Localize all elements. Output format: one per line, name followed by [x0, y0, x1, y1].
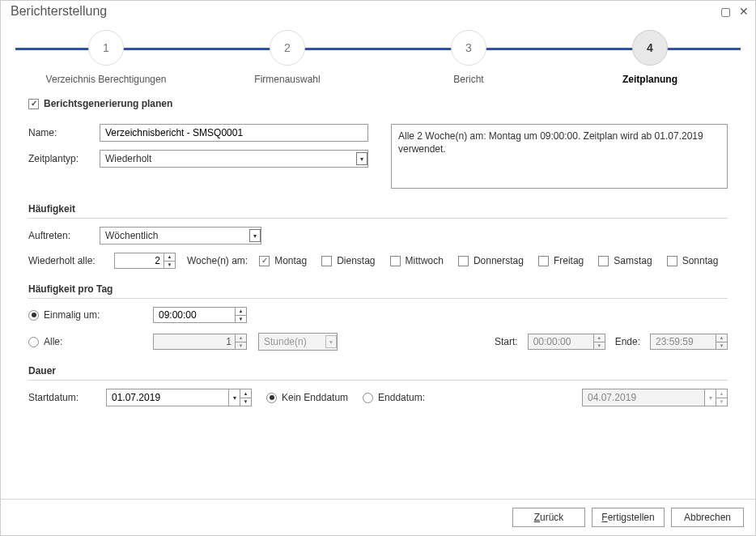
spin-controls[interactable]: ▲ ▼	[240, 389, 251, 406]
enddate-input	[583, 389, 704, 406]
step-2[interactable]: 2 Firmenauswahl	[197, 30, 378, 85]
end-input	[651, 334, 716, 349]
spin-up-icon[interactable]: ▲	[236, 308, 246, 316]
cancel-button[interactable]: Abbrechen	[671, 508, 744, 527]
once-radio[interactable]	[28, 310, 39, 321]
once-timebox[interactable]: ▲ ▼	[153, 307, 247, 323]
occur-row: Auftreten: Wöchentlich ▾	[28, 227, 728, 245]
noend-radio[interactable]	[266, 393, 277, 403]
type-combo[interactable]: Wiederholt ▾	[100, 150, 368, 168]
chevron-down-icon[interactable]: ▾	[228, 389, 240, 406]
step-4-circle: 4	[632, 30, 668, 66]
spin-controls[interactable]: ▲ ▼	[164, 253, 175, 268]
name-label: Name:	[28, 127, 91, 138]
titlebar: Berichterstellung ▢ ✕	[1, 1, 755, 25]
every-radio[interactable]	[28, 337, 39, 347]
every-spinbox: ▲ ▼	[153, 334, 247, 350]
once-label: Einmalig um:	[44, 309, 100, 321]
start-label: Start:	[495, 336, 518, 347]
every-unit: Stunde(n)	[264, 336, 307, 347]
once-time-input[interactable]	[154, 308, 235, 322]
schedule-summary: Alle 2 Woche(n) am: Montag um 09:00:00. …	[391, 124, 728, 189]
weekday-group: Montag Dienstag Mittwoch Donnerstag Frei…	[259, 255, 718, 266]
every-row: Alle: ▲ ▼ Stunde(n) ▾ Start: ▲ ▼ Ende:	[28, 333, 728, 351]
window-controls: ▢ ✕	[720, 5, 749, 18]
every-label: Alle:	[44, 336, 62, 347]
step-3[interactable]: 3 Bericht	[378, 30, 559, 85]
startdate-input[interactable]	[107, 389, 228, 406]
close-icon[interactable]: ✕	[739, 5, 749, 18]
plan-checkbox[interactable]	[28, 99, 39, 109]
repeat-input[interactable]	[115, 253, 164, 268]
chevron-down-icon: ▾	[704, 389, 716, 406]
step-1[interactable]: 1 Verzeichnis Berechtigungen	[15, 30, 197, 85]
enddate-radio-group[interactable]: Enddatum:	[363, 392, 425, 403]
plan-left-col: Name: Zeitplantyp: Wiederholt ▾	[28, 124, 368, 176]
type-row: Zeitplantyp: Wiederholt ▾	[28, 150, 368, 168]
spin-controls: ▲ ▼	[235, 334, 246, 349]
spin-up-icon: ▲	[594, 334, 605, 342]
every-input	[154, 334, 235, 349]
noend-radio-group[interactable]: Kein Enddatum	[266, 392, 348, 403]
spin-controls: ▲ ▼	[716, 334, 727, 349]
spin-down-icon: ▼	[716, 342, 727, 350]
spin-down-icon: ▼	[594, 342, 605, 350]
day-dienstag[interactable]: Dienstag	[321, 255, 375, 266]
spin-controls[interactable]: ▲ ▼	[235, 308, 246, 322]
spin-down-icon[interactable]: ▼	[164, 262, 175, 269]
spin-up-icon[interactable]: ▲	[240, 389, 251, 398]
day-mittwoch[interactable]: Mittwoch	[390, 255, 444, 266]
wizard-steps: 1 Verzeichnis Berechtigungen 2 Firmenaus…	[1, 30, 755, 85]
start-input	[529, 334, 593, 349]
daily-title: Häufigkeit pro Tag	[28, 283, 728, 299]
every-radio-group[interactable]: Alle:	[28, 336, 142, 347]
startdate-combo[interactable]: ▾ ▲ ▼	[106, 389, 252, 406]
footer: Zurück Fertigstellen Abbrechen	[1, 499, 755, 535]
start-timebox: ▲ ▼	[528, 334, 605, 350]
spin-down-icon[interactable]: ▼	[236, 316, 246, 323]
chevron-down-icon: ▾	[325, 335, 337, 348]
day-montag[interactable]: Montag	[259, 255, 307, 266]
once-radio-group[interactable]: Einmalig um:	[28, 309, 142, 321]
maximize-icon[interactable]: ▢	[720, 5, 731, 18]
step-3-circle: 3	[451, 30, 486, 66]
occur-value: Wöchentlich	[105, 230, 158, 241]
noend-label: Kein Enddatum	[282, 392, 348, 403]
spin-up-icon: ▲	[716, 389, 727, 398]
step-4[interactable]: 4 Zeitplanung	[559, 30, 741, 85]
step-2-circle: 2	[270, 30, 305, 66]
start-end-group: Start: ▲ ▼ Ende: ▲ ▼	[495, 334, 728, 350]
day-freitag[interactable]: Freitag	[538, 255, 584, 266]
repeat-row: Wiederholt alle: ▲ ▼ Woche(n) am: Montag…	[28, 253, 728, 269]
enddate-combo: ▾ ▲ ▼	[582, 389, 728, 406]
name-input[interactable]	[100, 124, 368, 142]
step-3-label: Bericht	[453, 74, 483, 85]
chevron-down-icon[interactable]: ▾	[356, 152, 367, 165]
plan-checkbox-row[interactable]: Berichtsgenerierung planen	[28, 98, 728, 109]
plan-top-grid: Name: Zeitplantyp: Wiederholt ▾ Alle 2 W…	[28, 124, 728, 189]
repeat-spinbox[interactable]: ▲ ▼	[114, 253, 176, 269]
spin-controls: ▲ ▼	[716, 389, 727, 406]
frequency-title: Häufigkeit	[28, 203, 728, 219]
repeat-unit: Woche(n) am:	[187, 255, 248, 266]
day-sonntag[interactable]: Sonntag	[667, 255, 719, 266]
name-row: Name:	[28, 124, 368, 142]
step-1-label: Verzeichnis Berechtigungen	[46, 74, 167, 85]
spin-up-icon: ▲	[716, 334, 727, 342]
spin-up-icon[interactable]: ▲	[164, 253, 175, 262]
chevron-down-icon[interactable]: ▾	[249, 229, 261, 242]
occur-combo[interactable]: Wöchentlich ▾	[100, 227, 261, 245]
back-button[interactable]: Zurück	[512, 508, 585, 527]
spin-up-icon: ▲	[236, 334, 246, 342]
spin-down-icon: ▼	[716, 398, 727, 406]
finish-button[interactable]: Fertigstellen	[592, 508, 665, 527]
type-label: Zeitplantyp:	[28, 153, 91, 164]
spin-down-icon[interactable]: ▼	[240, 398, 251, 406]
type-value: Wiederholt	[105, 153, 151, 164]
step-2-label: Firmenauswahl	[254, 74, 320, 85]
duration-row: Startdatum: ▾ ▲ ▼ Kein Enddatum Enddatum…	[28, 389, 728, 406]
day-samstag[interactable]: Samstag	[598, 255, 652, 266]
enddate-radio[interactable]	[363, 393, 373, 403]
day-donnerstag[interactable]: Donnerstag	[458, 255, 524, 266]
plan-checkbox-label: Berichtsgenerierung planen	[44, 98, 172, 109]
